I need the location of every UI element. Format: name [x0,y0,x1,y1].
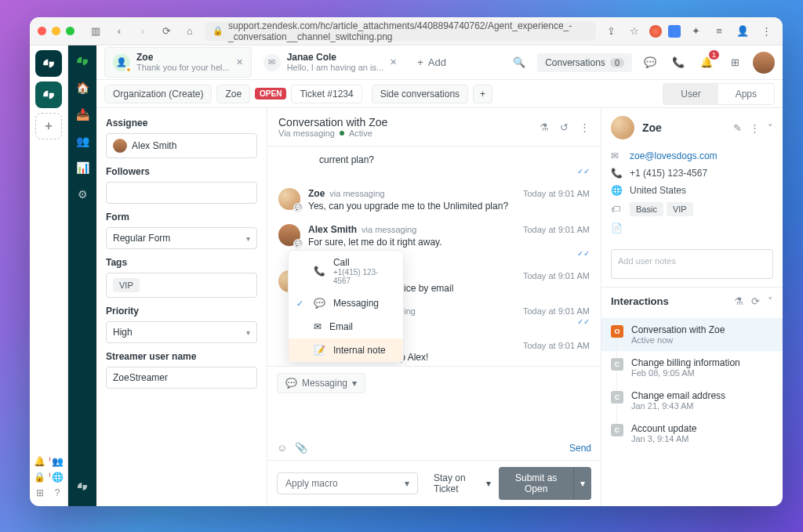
status-dot-icon [340,131,344,136]
channel-option-call[interactable]: 📞Call+1(415) 123-4567 [289,251,403,291]
edit-icon[interactable]: ✎ [733,122,742,134]
crumb-org[interactable]: Organization (Create) [104,85,212,103]
admin-rail-icon[interactable]: ⚙ [74,186,90,202]
chevron-down-icon[interactable]: ˅ [768,295,773,307]
channel-selector[interactable]: 💬Messaging▾ [277,373,365,393]
back-icon[interactable]: ‹ [111,23,128,40]
interaction-item[interactable]: OConversation with ZoeActive now [601,318,783,351]
refresh-icon[interactable]: ⟳ [158,23,175,40]
dock-globe-icon[interactable]: 🌐 [51,472,64,483]
dock-people-icon[interactable]: 👥 [51,456,64,467]
bell-icon[interactable]: 🔔1 [696,52,717,73]
dock-bell-icon[interactable]: 🔔 [34,456,46,467]
profile-country: 🌐United States [611,182,773,199]
phone-icon[interactable]: 📞 [668,52,689,73]
apps-grid-icon[interactable]: ⊞ [725,52,745,73]
send-button[interactable]: Send [569,443,591,454]
conversations-pill[interactable]: Conversations0 [537,53,632,72]
sidebar-toggle-icon[interactable]: ▥ [87,23,104,40]
share-icon[interactable]: ⇪ [602,23,620,40]
zendesk-logo-icon[interactable] [74,53,90,69]
channel-option-email[interactable]: ✉Email [289,315,403,338]
dock-help-icon[interactable]: ? [51,487,64,498]
ext-icon-1[interactable] [649,25,662,38]
macro-select[interactable]: Apply macro▾ [277,472,418,494]
followers-input[interactable] [106,182,257,204]
phone-icon: 📞 [314,266,325,277]
add-tab[interactable]: + Add [409,51,455,74]
submit-button[interactable]: Submit as Open [499,467,573,500]
message-text: Yes, can you upgrade me to the Unlimited… [308,201,590,212]
crumb-side[interactable]: Side conversations [372,85,468,103]
crumb-ticket[interactable]: Ticket #1234 [291,85,362,103]
channel-option-messaging[interactable]: ✓💬Messaging [289,291,403,315]
ext-icon-2[interactable] [668,25,681,38]
more-icon[interactable]: ⋮ [580,121,590,133]
user-apps-segment: User Apps [663,83,775,105]
close-tab-icon[interactable]: ✕ [236,57,243,67]
chat-icon[interactable]: 💬 [640,52,660,73]
form-select[interactable]: Regular Form▾ [106,227,257,249]
tag-chip: Basic [630,202,663,216]
channel-option-internal-note[interactable]: 📝Internal note [289,338,403,362]
forward-icon[interactable]: › [134,23,151,40]
zendesk-footer-icon[interactable] [74,483,90,498]
minimize-window[interactable] [52,27,60,35]
close-tab-icon[interactable]: ✕ [390,57,397,67]
history-icon[interactable]: ↺ [560,121,569,133]
profile-email[interactable]: ✉zoe@lovesdogs.com [611,147,773,165]
tab-janae[interactable]: ✉ Janae ColeHello, I am having an is... … [255,47,406,78]
interaction-item[interactable]: CAccount updateJan 3, 9:14 AM [601,417,783,450]
tab-zoe[interactable]: 👤 ZoeThank you for your hel... ✕ [104,47,252,78]
segment-user[interactable]: User [663,84,718,104]
url-text: support.zendesk.com/hc/article_attachmen… [228,20,588,42]
agent-avatar[interactable] [753,52,775,74]
dock-zendesk-2[interactable] [35,81,62,108]
channel-switch-menu: 📞Call+1(415) 123-4567 ✓💬Messaging ✉Email… [288,250,404,363]
url-bar[interactable]: 🔒 support.zendesk.com/hc/article_attachm… [205,22,596,41]
menu-icon[interactable]: ⋮ [758,23,775,40]
dock-grid-icon[interactable]: ⊞ [34,487,46,498]
zendesk-app: 🏠 📥 👥 📊 ⚙ 👤 ZoeThank you for your hel...… [67,45,783,506]
segment-apps[interactable]: Apps [718,84,774,104]
user-notes-input[interactable]: Add user notes [611,249,773,279]
stay-on-ticket[interactable]: Stay on Ticket▾ [434,472,491,494]
customers-rail-icon[interactable]: 👥 [74,133,90,149]
message-editor[interactable] [277,398,591,442]
emoji-icon[interactable]: ☺ [277,442,287,454]
assignee-select[interactable]: Alex Smith [106,133,257,158]
more-icon[interactable]: ⋮ [750,122,760,134]
chevron-down-icon[interactable]: ˅ [768,122,773,134]
main: 👤 ZoeThank you for your hel... ✕ ✉ Janae… [96,45,783,506]
search-icon[interactable]: 🔍 [509,52,529,73]
assignee-avatar-icon [113,139,127,153]
views-rail-icon[interactable]: 📥 [74,107,90,122]
interaction-item[interactable]: CChange billing informationFeb 08, 9:05 … [601,351,783,384]
maximize-window[interactable] [66,27,74,35]
filter-icon[interactable]: ⚗ [540,121,549,133]
home-icon[interactable]: ⌂ [181,23,198,40]
dock-add[interactable]: + [35,113,62,139]
bookmark-icon[interactable]: ☆ [626,23,643,40]
tags-input[interactable]: VIP [106,273,257,298]
attach-icon[interactable]: 📎 [295,442,307,454]
message-list[interactable]: current plan?✓✓ 💬 Zoevia messagingToday … [267,147,601,366]
close-window[interactable] [38,27,46,35]
interaction-item[interactable]: CChange email addressJan 21, 9:43 AM [601,384,783,417]
submit-dropdown[interactable]: ▾ [573,467,591,500]
home-rail-icon[interactable]: 🏠 [74,80,90,96]
reports-rail-icon[interactable]: 📊 [74,160,90,176]
mail-icon: ✉ [263,54,281,71]
dock-lock-icon[interactable]: 🔒 [34,472,46,483]
crumb-user[interactable]: Zoe [216,85,250,103]
filter-icon[interactable]: ⚗ [734,295,743,307]
ticket-fields-panel: Assignee Alex Smith Followers Form Regul… [96,108,267,506]
puzzle-icon[interactable]: ✦ [687,23,704,40]
list-icon[interactable]: ≡ [710,23,728,40]
profile-icon[interactable]: 👤 [734,23,751,40]
streamer-input[interactable]: ZoeStreamer [106,367,257,389]
refresh-icon[interactable]: ⟳ [751,295,760,307]
dock-zendesk-1[interactable] [35,50,62,77]
priority-select[interactable]: High▾ [106,321,257,343]
crumb-add[interactable]: + [473,85,492,103]
